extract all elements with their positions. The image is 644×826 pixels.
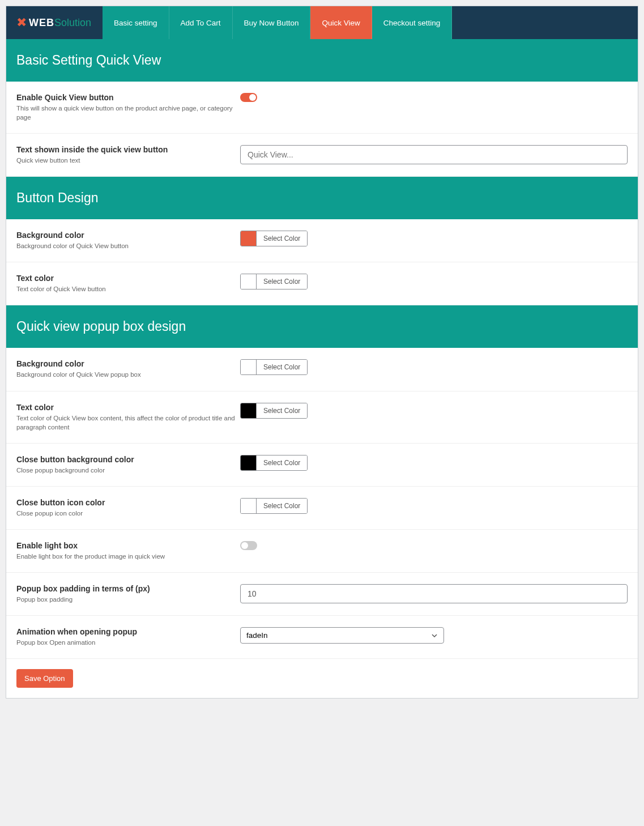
lightbox-toggle[interactable] <box>240 541 257 550</box>
section-design-title: Button Design <box>6 177 638 219</box>
row-enable-quick-view: Enable Quick View button This will show … <box>6 82 638 134</box>
color-swatch <box>241 231 257 246</box>
select-color-button[interactable]: Select Color <box>257 360 307 374</box>
select-color-button[interactable]: Select Color <box>257 455 307 470</box>
animation-label: Animation when opening popup <box>16 627 240 636</box>
tab-quick-view[interactable]: Quick View <box>310 6 372 39</box>
row-close-icon: Close button icon color Close popup icon… <box>6 487 638 530</box>
close-bg-label: Close button background color <box>16 455 240 464</box>
logo-icon: ✖ <box>16 15 27 30</box>
animation-select[interactable]: fadeIn <box>240 627 444 644</box>
select-color-button[interactable]: Select Color <box>257 403 307 418</box>
select-color-button[interactable]: Select Color <box>257 231 307 246</box>
tab-buy-now-button[interactable]: Buy Now Button <box>233 6 311 39</box>
close-icon-desc: Close popup icon color <box>16 509 240 518</box>
tabs: Basic setting Add To Cart Buy Now Button… <box>103 6 452 39</box>
popup-tc-desc: Text color of Quick View box content, th… <box>16 414 240 432</box>
color-swatch <box>241 360 257 374</box>
toggle-knob <box>249 94 256 101</box>
color-swatch <box>241 403 257 418</box>
row-text-color: Text color Text color of Quick View butt… <box>6 262 638 305</box>
text-color-picker[interactable]: Select Color <box>240 274 308 289</box>
save-row: Save Option <box>6 659 638 698</box>
color-swatch <box>241 455 257 470</box>
row-animation: Animation when opening popup Popup box O… <box>6 616 638 659</box>
header-bar: ✖ WEBSolution Basic setting Add To Cart … <box>6 6 638 39</box>
enable-quick-view-desc: This will show a quick view button on th… <box>16 104 240 122</box>
popup-bg-picker[interactable]: Select Color <box>240 359 308 375</box>
button-text-input[interactable] <box>240 145 628 164</box>
color-swatch <box>241 274 257 289</box>
popup-tc-picker[interactable]: Select Color <box>240 403 308 419</box>
select-color-button[interactable]: Select Color <box>257 274 307 289</box>
close-icon-picker[interactable]: Select Color <box>240 498 308 514</box>
select-color-button[interactable]: Select Color <box>257 499 307 513</box>
tab-basic-setting[interactable]: Basic setting <box>103 6 169 39</box>
text-color-desc: Text color of Quick View button <box>16 284 240 293</box>
tab-add-to-cart[interactable]: Add To Cart <box>169 6 233 39</box>
popup-bg-desc: Background color of Quick View popup box <box>16 370 240 379</box>
text-color-label: Text color <box>16 274 240 283</box>
padding-desc: Popup box padding <box>16 595 240 604</box>
close-bg-picker[interactable]: Select Color <box>240 455 308 471</box>
logo-web: WEB <box>29 17 54 29</box>
row-button-text: Text shown inside the quick view button … <box>6 134 638 177</box>
bg-color-label: Background color <box>16 231 240 240</box>
lightbox-label: Enable light box <box>16 541 240 550</box>
popup-tc-label: Text color <box>16 403 240 412</box>
color-swatch <box>241 499 257 513</box>
button-text-desc: Quick view button text <box>16 156 240 165</box>
popup-bg-label: Background color <box>16 359 240 368</box>
button-text-label: Text shown inside the quick view button <box>16 145 240 154</box>
row-close-bg: Close button background color Close popu… <box>6 444 638 487</box>
close-bg-desc: Close popup background color <box>16 466 240 475</box>
row-popup-text-color: Text color Text color of Quick View box … <box>6 391 638 444</box>
lightbox-desc: Enable light box for the product image i… <box>16 552 240 561</box>
enable-quick-view-label: Enable Quick View button <box>16 93 240 102</box>
padding-input[interactable] <box>240 584 628 603</box>
row-padding: Popup box padding in terms of (px) Popup… <box>6 573 638 616</box>
section-basic-title: Basic Setting Quick View <box>6 39 638 82</box>
toggle-knob <box>241 542 248 549</box>
close-icon-label: Close button icon color <box>16 498 240 507</box>
logo-sol: Solution <box>54 17 91 29</box>
animation-desc: Popup box Open animation <box>16 638 240 647</box>
settings-panel: ✖ WEBSolution Basic setting Add To Cart … <box>6 6 638 699</box>
logo: ✖ WEBSolution <box>6 6 103 39</box>
row-lightbox: Enable light box Enable light box for th… <box>6 530 638 573</box>
save-button[interactable]: Save Option <box>16 669 73 688</box>
tab-checkout-setting[interactable]: Checkout setting <box>372 6 453 39</box>
row-popup-bg: Background color Background color of Qui… <box>6 348 638 391</box>
padding-label: Popup box padding in terms of (px) <box>16 584 240 593</box>
bg-color-desc: Background color of Quick View button <box>16 241 240 250</box>
bg-color-picker[interactable]: Select Color <box>240 231 308 246</box>
row-bg-color: Background color Background color of Qui… <box>6 219 638 262</box>
enable-quick-view-toggle[interactable] <box>240 93 257 102</box>
section-popup-title: Quick view popup box design <box>6 305 638 348</box>
